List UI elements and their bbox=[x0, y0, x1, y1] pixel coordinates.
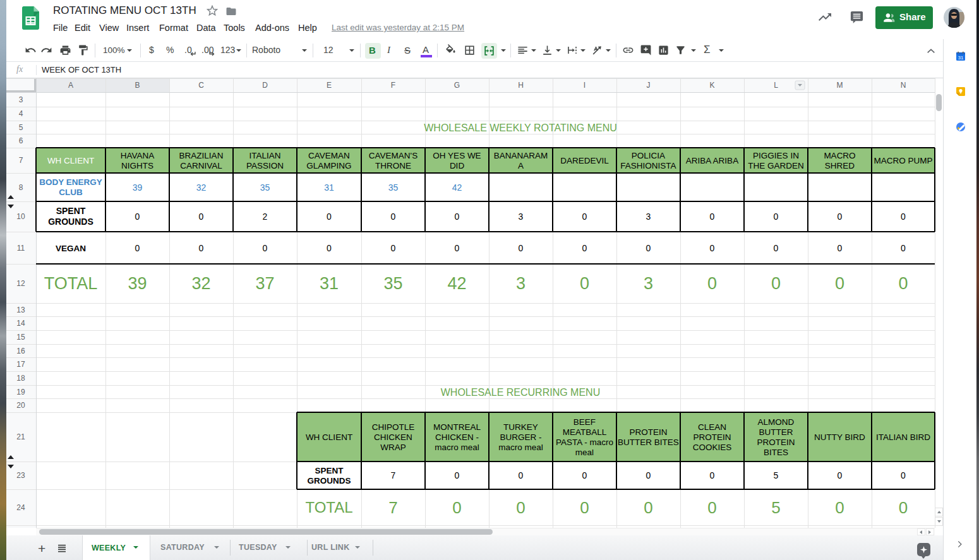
svg-text:TOTAL: TOTAL bbox=[305, 499, 352, 516]
svg-text:7: 7 bbox=[19, 156, 23, 165]
svg-text:THE GARDEN: THE GARDEN bbox=[748, 161, 804, 170]
svg-text:BANANARAM: BANANARAM bbox=[494, 151, 548, 160]
svg-text:BODY ENERGY: BODY ENERGY bbox=[39, 177, 102, 187]
svg-text:0: 0 bbox=[199, 243, 204, 253]
svg-text:0: 0 bbox=[580, 498, 589, 517]
svg-text:BEEF: BEEF bbox=[574, 417, 596, 427]
svg-text:meal: meal bbox=[575, 448, 594, 457]
svg-text:0: 0 bbox=[899, 498, 908, 517]
svg-text:7: 7 bbox=[391, 470, 396, 480]
svg-text:F: F bbox=[391, 81, 395, 90]
svg-text:0: 0 bbox=[455, 243, 460, 253]
svg-text:MACRO: MACRO bbox=[824, 151, 855, 160]
svg-text:0: 0 bbox=[646, 470, 651, 480]
svg-text:N: N bbox=[901, 81, 906, 90]
svg-text:SHRED: SHRED bbox=[825, 161, 855, 170]
svg-text:21: 21 bbox=[16, 432, 25, 441]
svg-text:DID: DID bbox=[450, 161, 465, 170]
svg-text:5: 5 bbox=[771, 498, 780, 517]
svg-text:37: 37 bbox=[255, 274, 274, 293]
svg-text:14: 14 bbox=[16, 319, 25, 328]
svg-text:TURKEY: TURKEY bbox=[503, 422, 538, 432]
svg-text:0: 0 bbox=[580, 274, 589, 293]
svg-text:0: 0 bbox=[901, 243, 906, 253]
svg-text:K: K bbox=[709, 81, 714, 90]
svg-text:3: 3 bbox=[646, 211, 651, 222]
svg-text:GROUNDS: GROUNDS bbox=[48, 217, 93, 227]
svg-text:3: 3 bbox=[644, 274, 653, 293]
svg-text:42: 42 bbox=[447, 274, 466, 293]
svg-text:OH YES WE: OH YES WE bbox=[433, 151, 481, 160]
svg-text:WH CLIENT: WH CLIENT bbox=[306, 432, 352, 442]
svg-text:0: 0 bbox=[901, 470, 906, 480]
svg-text:0: 0 bbox=[898, 274, 908, 293]
svg-text:C: C bbox=[198, 81, 204, 90]
svg-text:3: 3 bbox=[516, 274, 526, 293]
svg-text:I: I bbox=[584, 81, 586, 90]
svg-text:20: 20 bbox=[16, 401, 25, 410]
svg-text:BITES: BITES bbox=[764, 448, 788, 457]
svg-text:8: 8 bbox=[19, 183, 23, 192]
svg-text:31: 31 bbox=[324, 182, 334, 193]
svg-text:5: 5 bbox=[19, 123, 23, 132]
svg-text:NIGHTS: NIGHTS bbox=[121, 161, 153, 170]
svg-text:42: 42 bbox=[452, 182, 462, 193]
svg-text:0: 0 bbox=[135, 211, 140, 222]
svg-text:0: 0 bbox=[835, 274, 844, 293]
svg-text:0: 0 bbox=[835, 498, 844, 517]
svg-text:35: 35 bbox=[383, 274, 402, 293]
svg-text:0: 0 bbox=[452, 498, 461, 517]
svg-text:PROTEIN: PROTEIN bbox=[693, 432, 731, 442]
svg-text:6: 6 bbox=[19, 136, 23, 145]
svg-text:A: A bbox=[518, 161, 524, 170]
svg-text:A: A bbox=[68, 81, 73, 90]
svg-text:0: 0 bbox=[391, 211, 396, 222]
svg-text:18: 18 bbox=[16, 374, 25, 383]
svg-text:ALMOND: ALMOND bbox=[758, 417, 795, 427]
svg-text:PASSION: PASSION bbox=[246, 161, 284, 170]
svg-text:5: 5 bbox=[774, 470, 779, 480]
svg-text:CLUB: CLUB bbox=[59, 188, 83, 197]
svg-text:M: M bbox=[837, 81, 843, 90]
svg-text:0: 0 bbox=[707, 498, 716, 517]
svg-text:32: 32 bbox=[191, 274, 210, 293]
svg-text:19: 19 bbox=[16, 388, 25, 396]
svg-text:0: 0 bbox=[455, 211, 460, 222]
svg-text:0: 0 bbox=[644, 498, 652, 517]
svg-text:CHIPOTLE: CHIPOTLE bbox=[372, 422, 415, 432]
svg-text:WHOLESALE WEEKLY ROTATING MENU: WHOLESALE WEEKLY ROTATING MENU bbox=[424, 122, 617, 133]
svg-text:31: 31 bbox=[320, 274, 339, 293]
svg-text:0: 0 bbox=[582, 470, 587, 480]
svg-text:WHOLESALE RECURRING MENU: WHOLESALE RECURRING MENU bbox=[441, 387, 600, 398]
svg-text:HAVANA: HAVANA bbox=[121, 151, 155, 160]
svg-text:0: 0 bbox=[519, 470, 524, 480]
svg-text:GLAMPING: GLAMPING bbox=[306, 161, 351, 170]
svg-text:BURGER -: BURGER - bbox=[500, 432, 541, 442]
svg-text:CHICKEN: CHICKEN bbox=[374, 432, 412, 442]
svg-text:0: 0 bbox=[327, 211, 332, 222]
svg-text:PROTEIN: PROTEIN bbox=[757, 438, 795, 447]
svg-text:17: 17 bbox=[16, 360, 25, 369]
svg-text:CHICKEN -: CHICKEN - bbox=[435, 432, 479, 442]
svg-text:0: 0 bbox=[774, 243, 779, 253]
svg-text:BRAZILIAN: BRAZILIAN bbox=[179, 151, 224, 160]
svg-text:D: D bbox=[262, 81, 268, 90]
svg-text:3: 3 bbox=[519, 211, 524, 222]
svg-text:0: 0 bbox=[263, 243, 268, 253]
svg-text:WRAP: WRAP bbox=[380, 443, 406, 452]
svg-text:CAVEMAN: CAVEMAN bbox=[308, 151, 350, 160]
svg-text:16: 16 bbox=[16, 347, 25, 355]
svg-text:0: 0 bbox=[455, 470, 460, 480]
svg-text:ARIBA ARIBA: ARIBA ARIBA bbox=[686, 156, 738, 165]
svg-text:0: 0 bbox=[707, 274, 717, 293]
svg-text:13: 13 bbox=[16, 306, 25, 314]
svg-text:2: 2 bbox=[263, 211, 268, 222]
svg-text:J: J bbox=[647, 81, 651, 90]
svg-text:THRONE: THRONE bbox=[375, 161, 411, 170]
svg-text:macro meal: macro meal bbox=[498, 443, 543, 452]
svg-text:COOKIES: COOKIES bbox=[693, 443, 732, 452]
svg-text:BUTTER BITES: BUTTER BITES bbox=[618, 438, 679, 447]
svg-text:35: 35 bbox=[260, 182, 270, 193]
svg-text:PROTEIN: PROTEIN bbox=[629, 427, 667, 437]
svg-text:39: 39 bbox=[128, 274, 147, 293]
